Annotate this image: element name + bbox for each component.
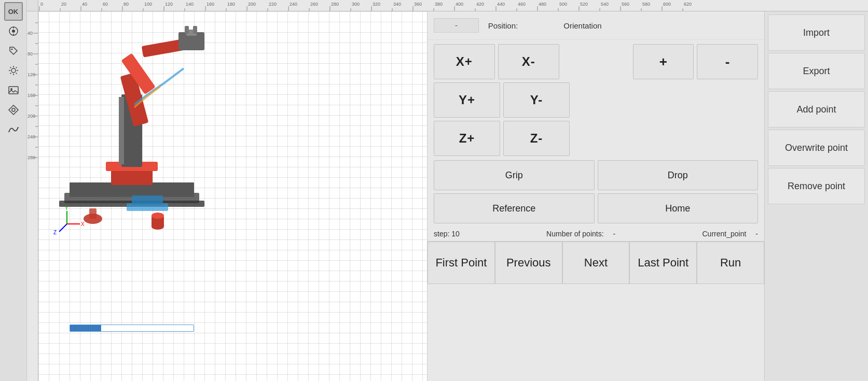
last-point-button[interactable]: Last Point [629,242,697,284]
ok-icon[interactable]: OK [4,2,23,21]
svg-text:320: 320 [373,2,380,7]
svg-text:40: 40 [82,2,87,7]
import-button[interactable]: Import [768,15,865,51]
svg-point-131 [151,213,164,219]
svg-rect-111 [119,97,124,164]
svg-text:260: 260 [310,2,318,7]
svg-marker-16 [9,105,18,115]
svg-text:160: 160 [27,93,35,98]
y-plus-button[interactable]: Y+ [434,82,500,118]
svg-text:140: 140 [186,2,194,7]
current-point-dash: - [755,230,758,238]
far-right-panel: Import Export Add point Overwrite point … [764,11,868,381]
svg-text:80: 80 [123,2,129,7]
svg-text:400: 400 [456,2,463,7]
x-jog-row: X+ X- + - [434,44,758,79]
position-orientation-row: - Position: Orientation [428,11,764,40]
step-label: step: 10 [434,230,460,238]
svg-text:360: 360 [414,2,422,7]
svg-rect-118 [193,26,197,34]
image-icon[interactable] [4,81,23,100]
svg-text:180: 180 [227,2,235,7]
svg-text:540: 540 [601,2,609,7]
orientation-label: Orientation [563,21,601,30]
right-control-area: - Position: Orientation X+ X- + - [427,11,764,381]
svg-text:240: 240 [27,134,35,139]
x-plus-button[interactable]: X+ [434,44,495,79]
grip-drop-row: Grip Drop [428,160,764,190]
export-button[interactable]: Export [768,53,865,89]
vertical-ruler: 4080120160200240280 [27,11,38,381]
svg-text:580: 580 [642,2,650,7]
svg-point-17 [12,108,15,111]
reference-button[interactable]: Reference [434,193,595,223]
orient-plus-button[interactable]: + [633,44,694,79]
svg-text:200: 200 [27,114,35,119]
next-button[interactable]: Next [562,242,630,284]
target-icon[interactable] [4,22,23,40]
slider-fill [70,325,101,331]
svg-rect-117 [185,26,189,34]
z-minus-button[interactable]: Z- [503,121,570,156]
canvas-viewport[interactable]: X Y Z [38,11,427,381]
home-button[interactable]: Home [598,193,759,223]
effects-icon[interactable] [4,61,23,80]
svg-text:Z: Z [53,230,57,235]
svg-point-1 [12,30,15,33]
dash-display: - [434,18,479,33]
svg-text:280: 280 [27,155,35,160]
svg-text:200: 200 [248,2,256,7]
x-minus-button[interactable]: X- [498,44,559,79]
jog-controls: X+ X- + - Y+ Y- Z+ Z- [428,40,764,160]
remove-point-button[interactable]: Remove point [768,168,865,204]
tag-icon[interactable] [4,41,23,60]
y-minus-button[interactable]: Y- [503,82,570,118]
svg-text:620: 620 [684,2,692,7]
overwrite-point-button[interactable]: Overwrite point [768,130,865,166]
svg-point-4 [11,49,12,50]
left-sidebar: OK [0,0,27,381]
svg-text:460: 460 [518,2,526,7]
z-plus-button[interactable]: Z+ [434,121,500,156]
svg-line-13 [10,73,11,74]
svg-text:340: 340 [393,2,401,7]
diamond-icon[interactable] [4,101,23,119]
orient-minus-button[interactable]: - [697,44,758,79]
top-ruler-row: 0204060801001201401601802002202402602803… [27,0,868,11]
svg-text:600: 600 [663,2,671,7]
svg-rect-114 [142,39,185,58]
svg-text:280: 280 [331,2,339,7]
svg-text:120: 120 [165,2,173,7]
svg-rect-120 [89,208,97,219]
horizontal-ruler: 0204060801001201401601802002202402602803… [38,0,868,11]
svg-rect-83 [27,11,38,374]
slider-container [70,324,194,332]
svg-line-123 [59,224,67,232]
step-info-row: step: 10 Number of points: - Current_poi… [428,227,764,241]
curve-icon[interactable] [4,120,23,139]
svg-line-11 [16,73,17,74]
step-slider-track[interactable] [70,324,194,332]
points-dash-value: - [613,230,616,238]
reference-home-row: Reference Home [428,193,764,223]
add-point-button[interactable]: Add point [768,91,865,128]
y-jog-row: Y+ Y- [434,82,758,118]
previous-button[interactable]: Previous [495,242,562,284]
app-window: OK 0204060801001201401601802002202402602… [0,0,868,381]
current-point-label: Current_point [702,230,747,238]
main-content-row: 4080120160200240280 [27,11,868,381]
svg-text:20: 20 [61,2,66,7]
drop-button[interactable]: Drop [598,160,759,190]
svg-text:100: 100 [144,2,152,7]
run-button[interactable]: Run [697,242,764,284]
first-point-button[interactable]: First Point [428,242,495,284]
ruler-corner [27,0,38,11]
svg-text:40: 40 [27,31,33,36]
svg-text:560: 560 [622,2,629,7]
grip-button[interactable]: Grip [434,160,595,190]
svg-text:120: 120 [27,72,35,77]
svg-line-12 [16,67,17,68]
svg-text:520: 520 [580,2,588,7]
svg-text:240: 240 [290,2,297,7]
robot-illustration: X Y Z [54,22,220,239]
